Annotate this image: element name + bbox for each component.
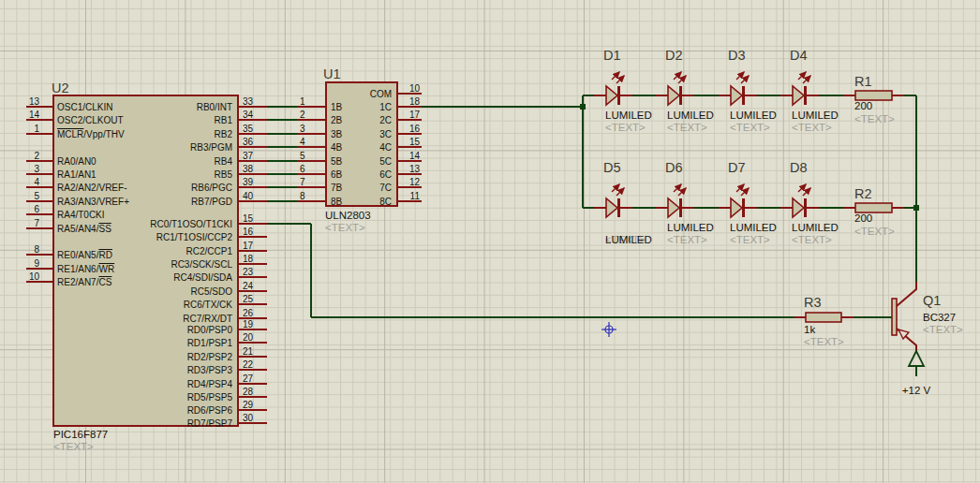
led-emission-arrow-icon — [741, 188, 749, 196]
r2-value: 200 — [854, 212, 872, 224]
led-ref: D4 — [790, 48, 808, 63]
pin-name-24: RC5/SDO — [191, 286, 233, 297]
component-led-d6[interactable]: D6<TEXT>LUMILED — [656, 160, 714, 245]
pin-number-7: 7 — [300, 177, 305, 187]
led-placeholder: <TEXT> — [730, 234, 770, 245]
u2-value: PIC16F877 — [53, 429, 108, 440]
pin-name-4: RA2/AN2/VREF- — [57, 183, 126, 193]
r2-body[interactable] — [855, 203, 892, 212]
pin-number-3: 3 — [300, 124, 305, 134]
led-value: LUMILED — [792, 110, 839, 121]
component-q1-bc327[interactable]: Q1 BC327 <TEXT> — [892, 282, 963, 352]
pin-name-23: RC4/SDI/SDA — [173, 272, 232, 283]
pin-number-38: 38 — [243, 164, 254, 174]
led-triangle-icon[interactable] — [668, 86, 679, 105]
pin-number-10: 10 — [409, 83, 421, 94]
led-emission-arrow-icon — [674, 184, 681, 192]
led-ref: D6 — [665, 160, 683, 175]
pin-name-38: RB5 — [215, 169, 233, 180]
led-ref: D5 — [603, 160, 621, 175]
q1-placeholder: <TEXT> — [923, 324, 963, 335]
component-r3[interactable]: R3 1k <TEXT> — [794, 295, 854, 347]
pin-name-27: RD4/PSP4 — [187, 379, 233, 389]
pin-name-16: RC1/T1OSI/CCP2 — [156, 232, 233, 242]
pin-name-15: 4C — [379, 142, 392, 153]
led-ref: D2 — [665, 48, 683, 63]
component-u1-uln2803[interactable]: U1 11B22B33B44B55B66B77B88B 10COM181C172… — [297, 66, 422, 233]
pin-name-25: RC6/TX/CK — [184, 300, 233, 310]
pin-number-33: 33 — [243, 96, 254, 107]
component-r1[interactable]: R1 200 <TEXT> — [843, 74, 904, 124]
pin-name-18: 1C — [379, 102, 392, 112]
pin-number-4: 4 — [34, 177, 39, 187]
component-led-d1[interactable]: D1<TEXT>LUMILED — [594, 48, 652, 133]
led-value: LUMILED — [667, 222, 714, 233]
led-value: LUMILED — [605, 234, 652, 245]
pin-number-6: 6 — [300, 164, 305, 174]
led-placeholder: <TEXT> — [667, 122, 707, 133]
pin-number-28: 28 — [243, 387, 254, 397]
wire-junction — [913, 205, 919, 211]
led-emission-arrow-icon — [616, 76, 624, 83]
pin-number-18: 18 — [243, 254, 254, 264]
pin-name-21: RD2/PSP2 — [187, 352, 233, 362]
pin-number-25: 25 — [243, 294, 254, 304]
led-triangle-icon[interactable] — [731, 198, 742, 217]
pin-number-2: 2 — [34, 151, 39, 161]
led-emission-arrow-icon — [674, 72, 681, 80]
schematic-canvas[interactable]: U2 13OSC1/CLKIN14OSC2/CLKOUT1MCLR/Vpp/TH… — [0, 0, 980, 483]
led-emission-arrow-icon — [612, 184, 619, 192]
led-triangle-icon[interactable] — [731, 86, 742, 105]
led-triangle-icon[interactable] — [606, 198, 617, 217]
pin-number-5: 5 — [34, 191, 39, 201]
u1-ref: U1 — [323, 66, 341, 81]
led-placeholder: <TEXT> — [667, 234, 707, 245]
led-value: LUMILED — [730, 222, 777, 233]
led-ref: D1 — [603, 48, 621, 63]
pin-name-40: RB7/PGD — [191, 197, 232, 207]
r1-value: 200 — [854, 100, 872, 111]
pin-number-8: 8 — [300, 191, 305, 201]
component-led-d7[interactable]: D7<TEXT>LUMILED — [719, 160, 777, 245]
power-terminal-12v[interactable]: +12 V — [902, 351, 931, 396]
r1-ref: R1 — [854, 74, 872, 89]
pin-name-29: RD6/PSP6 — [187, 405, 233, 416]
q1-ref: Q1 — [923, 293, 941, 308]
pin-name-10: COM — [370, 89, 392, 99]
led-triangle-icon[interactable] — [668, 198, 679, 217]
pin-name-14: OSC2/CLKOUT — [57, 115, 124, 125]
led-triangle-icon[interactable] — [793, 198, 804, 217]
pin-number-11: 11 — [410, 191, 421, 201]
led-emission-arrow-icon — [678, 188, 686, 196]
pin-number-23: 23 — [243, 267, 254, 277]
pin-name-1: MCLR/Vpp/THV — [57, 129, 125, 139]
led-ref: D8 — [790, 160, 808, 175]
led-placeholder: <TEXT> — [792, 234, 832, 245]
pin-name-7: RA5/AN4/SS — [57, 224, 111, 234]
component-led-d5[interactable]: D5<TEXT>LUMILED — [594, 160, 652, 245]
r1-body[interactable] — [855, 91, 892, 100]
q1-base-bar[interactable] — [892, 299, 897, 335]
led-placeholder: <TEXT> — [730, 122, 770, 133]
component-led-d4[interactable]: D4<TEXT>LUMILED — [780, 48, 839, 133]
led-array[interactable]: D1<TEXT>LUMILEDD2<TEXT>LUMILEDD3<TEXT>LU… — [594, 48, 839, 245]
component-led-d3[interactable]: D3<TEXT>LUMILED — [719, 48, 777, 133]
u2-ref: U2 — [52, 80, 69, 95]
pin-name-6: 6B — [331, 169, 343, 180]
pin-number-21: 21 — [243, 346, 254, 357]
power-arrow-icon — [909, 351, 924, 366]
component-led-d2[interactable]: D2<TEXT>LUMILED — [656, 48, 714, 133]
u2-placeholder: <TEXT> — [53, 441, 94, 452]
component-u2-pic16f877[interactable]: U2 13OSC1/CLKIN14OSC2/CLKOUT1MCLR/Vpp/TH… — [26, 80, 267, 452]
pin-number-16: 16 — [243, 227, 254, 237]
led-triangle-icon[interactable] — [793, 86, 804, 105]
led-ref: D7 — [728, 160, 746, 175]
led-triangle-icon[interactable] — [606, 86, 617, 105]
component-led-d8[interactable]: D8<TEXT>LUMILED — [780, 160, 839, 245]
led-value: LUMILED — [667, 110, 714, 121]
pin-number-16: 16 — [409, 124, 421, 134]
component-r2[interactable]: R2 200 <TEXT> — [843, 186, 904, 237]
pin-name-5: RA3/AN3/VREF+ — [57, 197, 129, 207]
pin-number-13: 13 — [409, 164, 421, 174]
r3-body[interactable] — [806, 313, 841, 322]
